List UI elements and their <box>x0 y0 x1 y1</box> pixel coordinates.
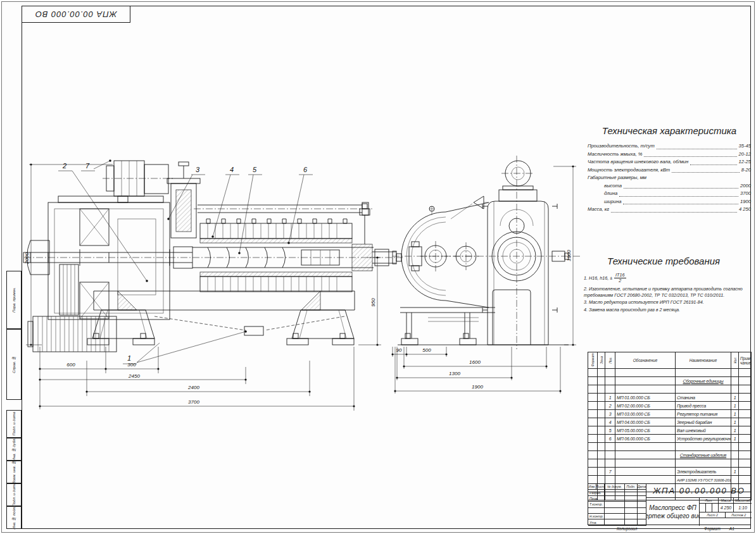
tech-chars-rows: Производительность, т/сут35-45Масличност… <box>588 142 751 214</box>
balloon-6: 6 <box>303 166 308 173</box>
drawing-title: Маслопресс ФП Чертеж общего вида <box>646 498 700 526</box>
tech-char-row: ширина1900 <box>588 198 751 206</box>
tech-char-row: высота2000 <box>588 182 751 190</box>
margin-box-perv-primen: Перв. примен. <box>6 271 22 329</box>
dim-500: 500 <box>422 347 431 353</box>
tech-char-row: Масса, кг4 250 <box>588 206 751 214</box>
tech-char-row: длина3700 <box>588 190 751 198</box>
tech-char-row: Производительность, т/сут35-45 <box>588 142 751 151</box>
spec-header-row: Формат Зона Поз. Обозначение Наименовани… <box>588 352 752 369</box>
dim-600: 600 <box>66 362 75 368</box>
tech-char-row: Частота вращения шнекового вала, об/мин1… <box>588 158 751 166</box>
spec-rows: Сборочные единицы1МП 01.00.000 СБСтанина… <box>588 369 752 500</box>
spec-col-note: Приме- чание <box>739 352 752 369</box>
tech-req-3: 3. Масло редуктора используется ИРП ГОСТ… <box>584 299 743 306</box>
dim-1300: 1300 <box>449 371 460 376</box>
sheet-number: Лист 2 <box>700 512 726 518</box>
role-nkontr: Н.контр. <box>588 514 605 519</box>
spec-row: Сборочные единицы <box>588 377 752 385</box>
spec-col-qty: Кол. <box>731 352 739 369</box>
rev-col-list: Лист <box>596 484 605 490</box>
spec-row: 1МП 01.00.000 СБСтанина1 <box>588 394 752 402</box>
format-value: A1 <box>729 526 734 531</box>
tech-req-1: 1. H16, h16, ± IT16 2 <box>584 273 743 283</box>
drawing-title-line1: Маслопресс ФП <box>649 504 696 512</box>
tolerance-fraction: IT16 2 <box>614 273 626 283</box>
spec-row <box>588 443 752 451</box>
corner-stamp: ЖПА 00.00.000 ВО <box>22 6 130 23</box>
spec-row: 6МП 06.00.000 СБУстройство регулировочно… <box>588 435 752 443</box>
scale-label: Масштаб <box>734 498 752 504</box>
org-cell <box>700 518 752 526</box>
role-utv: Утв. <box>588 519 605 526</box>
dim-2400: 2400 <box>187 385 199 390</box>
rev-col-izm: Изм. <box>588 484 596 490</box>
spec-row <box>588 459 752 468</box>
spec-col-name: Наименование <box>676 352 731 369</box>
balloon-1: 1 <box>127 354 131 362</box>
tech-reqs-title: Технические требования <box>584 256 743 266</box>
tech-req-2: 2. Изготовление, испытание и приемку апп… <box>584 286 743 298</box>
balloon-5: 5 <box>253 166 257 173</box>
dim-1900: 1900 <box>472 384 483 390</box>
zeer-drum <box>200 219 352 292</box>
margin-box-inv-podl: Инв. № подл. <box>6 506 22 529</box>
mass-label: Масса <box>719 498 734 504</box>
technical-characteristics: Техническая характеристика Производитель… <box>588 125 751 214</box>
feed-regulator <box>167 162 200 238</box>
rev-col-data: Дата <box>638 484 646 490</box>
doc-number: ЖПА 00.00.000 ВО <box>646 484 752 498</box>
tech-char-row: Габаритные размеры, мм <box>588 174 751 182</box>
spec-row: АИР 132М6 У3 ГОСТ 31606-2012 <box>588 476 752 484</box>
press-body <box>451 161 569 345</box>
dim-2000: 2000 <box>24 252 30 264</box>
tech-req-4: 4. Замена масла происходит раз в 2 месяц… <box>584 307 743 313</box>
dim-v1900: 1900 <box>566 250 572 261</box>
spec-row: 7Электродвигатель1 <box>588 468 752 476</box>
corner-stamp-text: ЖПА 00.00.000 ВО <box>35 9 117 19</box>
lit-label: Лит. <box>700 498 719 504</box>
tech-char-row: Мощность электродвигателя, кВт8-20 <box>588 166 751 175</box>
role-empty <box>588 508 605 514</box>
spec-col-designation: Обозначение <box>615 352 676 369</box>
margin-box-vzam-inv: Взам. инв. № <box>6 461 22 483</box>
dim-1600: 1600 <box>469 359 481 365</box>
drawing-sheet: ЖПА 00.00.000 ВО Перв. примен. Справ. № … <box>0 0 756 534</box>
copied-label: Копировал <box>617 526 637 531</box>
drawing-title-line2: Чертеж общего вида <box>646 512 700 520</box>
support-legs <box>87 310 354 345</box>
title-block: Изм. Лист № докум. Подп. Дата Разраб. Пр… <box>588 483 751 525</box>
views-canvas: 600 300 2450 2400 3700 2000 950 90 500 1… <box>23 95 586 424</box>
balloon-4: 4 <box>230 166 234 173</box>
left-view-side-section <box>23 161 403 352</box>
margin-box-inv-dubl: Инв. № дубл. <box>6 438 22 461</box>
margin-box-sprav-no: Справ. № <box>6 329 22 400</box>
spec-col-format: Формат <box>588 352 598 369</box>
dim-2450: 2450 <box>128 373 140 379</box>
technical-requirements: Технические требования 1. H16, h16, ± IT… <box>584 256 743 314</box>
spec-row: 3МП 03.00.000 СБРегулятор питания1 <box>588 410 752 418</box>
tech-char-row: Масличность жмыха, %20-12 <box>588 151 751 159</box>
rev-col-dokum: № докум. <box>605 484 625 490</box>
format-label: ФорматA1 <box>704 526 734 531</box>
spec-col-zone: Зона <box>598 352 605 369</box>
spec-col-pos: Поз. <box>605 352 615 369</box>
balloon-7: 7 <box>85 162 90 170</box>
role-tkontr: Т.контр. <box>588 502 605 507</box>
mass-value: 4 250 <box>719 504 734 512</box>
balloon-3: 3 <box>196 166 200 173</box>
dim-3700: 3700 <box>188 399 199 405</box>
bottom-margin-strip: Копировал ФорматA1 <box>22 526 751 533</box>
right-view-end <box>393 156 580 349</box>
spec-row: 4МП 04.00.000 СБЗеерный барабан1 <box>588 418 752 426</box>
sheets-total: Листов 2 <box>726 512 752 518</box>
tech-chars-title: Техническая характеристика <box>588 125 751 136</box>
balloon-2: 2 <box>62 162 66 170</box>
margin-box-podp-data-2: Подп. и дата <box>6 483 22 506</box>
role-razrab: Разраб. <box>588 490 605 495</box>
spec-row: Стандартные изделия <box>588 451 752 459</box>
spec-table: Формат Зона Поз. Обозначение Наименовани… <box>588 352 752 500</box>
role-prov: Пров. <box>588 496 605 502</box>
dim-950: 950 <box>370 298 376 307</box>
dim-300: 300 <box>127 362 136 368</box>
